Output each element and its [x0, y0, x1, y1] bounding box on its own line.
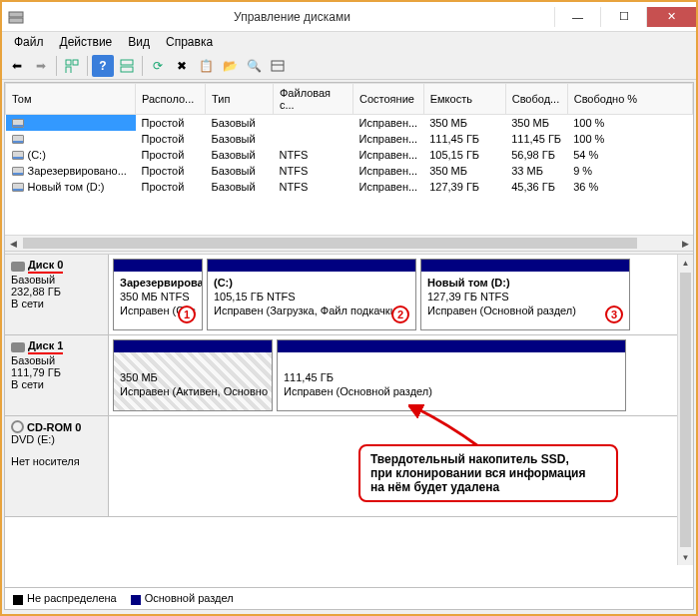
minimize-button[interactable]: —	[554, 7, 600, 27]
views-button[interactable]	[61, 55, 83, 77]
legend: Не распределена Основной раздел	[5, 587, 693, 609]
cd-icon	[11, 420, 24, 433]
col-freepct[interactable]: Свободно %	[567, 84, 692, 115]
svg-rect-0	[9, 12, 23, 17]
col-type[interactable]: Тип	[206, 84, 274, 115]
disk-map-pane: Диск 0Базовый232,88 ГБВ сетиЗарезервиров…	[5, 255, 693, 587]
volume-row[interactable]: Зарезервировано...ПростойБазовыйNTFSИспр…	[6, 163, 693, 179]
disk-icon	[11, 342, 25, 352]
delete-button[interactable]: ✖	[171, 55, 193, 77]
legend-primary: Основной раздел	[145, 592, 234, 604]
back-button[interactable]: ⬅	[6, 55, 28, 77]
cdrom-row[interactable]: CD-ROM 0 DVD (E:) Нет носителя Твердотел…	[5, 416, 677, 517]
volume-row[interactable]: Новый том (D:)ПростойБазовыйNTFSИсправен…	[6, 179, 693, 195]
annotation-badge: 3	[605, 306, 623, 323]
disk-row[interactable]: Диск 1Базовый111,79 ГБВ сети 350 МБИспра…	[5, 335, 677, 416]
volume-row[interactable]: (C:)ПростойБазовыйNTFSИсправен...105,15 …	[6, 147, 693, 163]
cd-name: CD-ROM 0	[27, 421, 81, 433]
window-title: Управление дисками	[30, 10, 554, 24]
cd-status: Нет носителя	[11, 455, 102, 467]
annotation-callout: Твердотельный накопитель SSD, при клонир…	[358, 444, 618, 502]
menu-file[interactable]: Файл	[6, 33, 52, 51]
disk-name: Диск 0	[28, 259, 63, 274]
vscrollbar[interactable]: ▲▼	[677, 255, 693, 565]
svg-rect-3	[73, 60, 78, 65]
disk-status: В сети	[11, 298, 102, 309]
drive-icon	[12, 119, 24, 128]
col-fs[interactable]: Файловая с...	[274, 84, 353, 115]
disk-name: Диск 1	[28, 339, 63, 354]
svg-rect-2	[66, 60, 71, 65]
legend-unalloc-swatch	[13, 595, 23, 605]
disk-size: 232,88 ГБ	[11, 286, 102, 298]
disk-type: Базовый	[11, 274, 102, 286]
views2-button[interactable]	[116, 55, 138, 77]
legend-primary-swatch	[131, 595, 141, 605]
partition[interactable]: 350 МБИсправен (Активен, Основно	[113, 339, 273, 411]
drive-icon	[12, 151, 24, 160]
menu-help[interactable]: Справка	[158, 33, 221, 51]
col-tom[interactable]: Том	[6, 84, 136, 115]
disk-size: 111,79 ГБ	[11, 366, 102, 378]
app-icon	[8, 9, 24, 25]
drive-icon	[12, 167, 24, 176]
svg-rect-5	[121, 60, 133, 65]
col-state[interactable]: Состояние	[353, 84, 424, 115]
help-button[interactable]: ?	[92, 55, 114, 77]
settings-button[interactable]	[267, 55, 289, 77]
svg-rect-4	[66, 67, 71, 73]
legend-unalloc: Не распределена	[27, 592, 117, 604]
disk-type: Базовый	[11, 354, 102, 366]
refresh-button[interactable]: ⟳	[147, 55, 169, 77]
hscrollbar[interactable]: ◀▶	[5, 235, 693, 251]
maximize-button[interactable]: ☐	[600, 7, 646, 27]
title-bar: Управление дисками — ☐ ✕	[2, 2, 696, 32]
column-headers[interactable]: Том Располо... Тип Файловая с... Состоян…	[6, 84, 693, 115]
drive-icon	[12, 183, 24, 192]
col-capacity[interactable]: Емкость	[423, 84, 505, 115]
disk-row[interactable]: Диск 0Базовый232,88 ГБВ сетиЗарезервиров…	[5, 255, 677, 335]
col-free[interactable]: Свобод...	[505, 84, 567, 115]
annotation-badge: 2	[391, 306, 409, 323]
menu-bar: Файл Действие Вид Справка	[2, 32, 696, 52]
volume-row[interactable]: ПростойБазовыйИсправен...111,45 ГБ111,45…	[6, 131, 693, 147]
svg-rect-7	[272, 61, 284, 71]
close-button[interactable]: ✕	[646, 7, 696, 27]
explore-button[interactable]: 🔍	[243, 55, 265, 77]
properties-button[interactable]: 📋	[195, 55, 217, 77]
menu-view[interactable]: Вид	[120, 33, 158, 51]
partition[interactable]: Новый том (D:)127,39 ГБ NTFSИсправен (Ос…	[420, 259, 630, 330]
svg-rect-6	[121, 67, 133, 72]
annotation-badge: 1	[178, 306, 196, 323]
partition[interactable]: Зарезервирован350 МБ NTFSИсправен (Сис1	[113, 259, 203, 330]
volume-list[interactable]: Том Располо... Тип Файловая с... Состоян…	[5, 83, 693, 235]
partition[interactable]: 111,45 ГБИсправен (Основной раздел)	[277, 339, 626, 411]
svg-rect-1	[9, 18, 23, 23]
volume-row[interactable]: ПростойБазовыйИсправен...350 МБ350 МБ100…	[6, 115, 693, 131]
cd-device: DVD (E:)	[11, 433, 102, 445]
col-layout[interactable]: Располо...	[136, 84, 206, 115]
partition[interactable]: (C:)105,15 ГБ NTFSИсправен (Загрузка, Фа…	[207, 259, 416, 330]
toolbar: ⬅ ➡ ? ⟳ ✖ 📋 📂 🔍	[2, 52, 696, 80]
disk-icon	[11, 262, 25, 272]
menu-action[interactable]: Действие	[52, 33, 121, 51]
disk-status: В сети	[11, 378, 102, 390]
open-button[interactable]: 📂	[219, 55, 241, 77]
drive-icon	[12, 135, 24, 144]
content-pane: Том Располо... Тип Файловая с... Состоян…	[4, 82, 694, 610]
forward-button[interactable]: ➡	[30, 55, 52, 77]
